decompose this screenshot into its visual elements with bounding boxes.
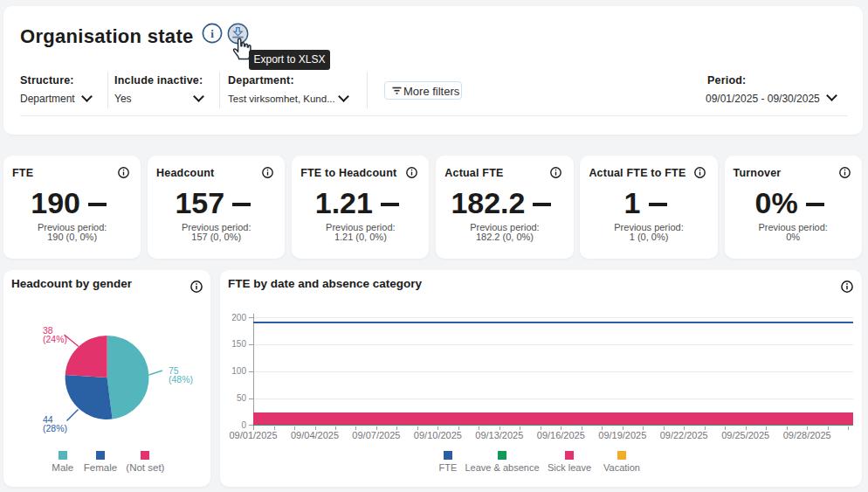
- svg-text:i: i: [210, 27, 214, 40]
